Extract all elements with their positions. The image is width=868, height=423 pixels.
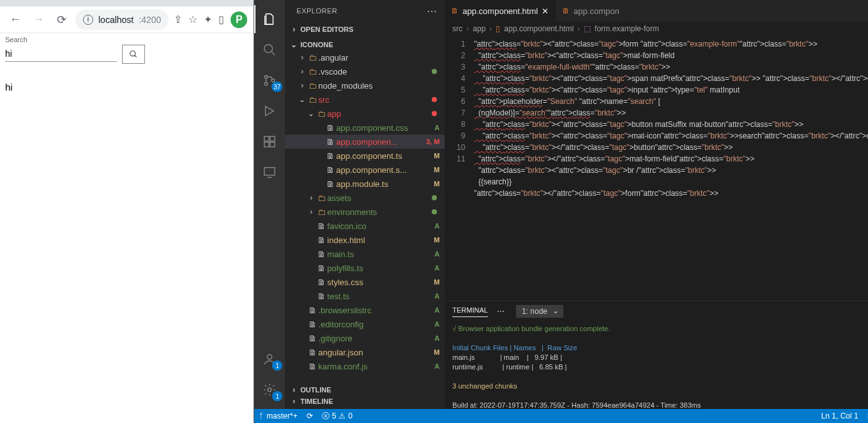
search-icon[interactable]: [254, 36, 285, 64]
url-host: localhost: [98, 15, 133, 25]
workspace-section[interactable]: ⌄ICONONE: [285, 39, 445, 50]
svg-rect-9: [264, 142, 269, 147]
search-result: hi: [5, 82, 248, 93]
extensions-icon[interactable]: [254, 128, 285, 156]
activity-bar: 37 1 1: [254, 0, 285, 409]
code-editor[interactable]: 1234567891011 "attrc">class="brktc"><"at…: [445, 36, 868, 301]
editor-tab[interactable]: 🗎app.component.html✕: [445, 0, 556, 22]
url-port: :4200: [139, 15, 161, 25]
tree-file[interactable]: 🗎favicon.icoA: [285, 219, 445, 233]
tree-folder[interactable]: ›🗀.vscode: [285, 64, 445, 78]
explorer-icon[interactable]: [254, 5, 285, 33]
explorer-title: EXPLORER: [296, 7, 337, 15]
page-content: Search hi: [0, 33, 254, 423]
tree-folder[interactable]: ›🗀environments: [285, 205, 445, 219]
scm-badge: 37: [271, 82, 282, 92]
svg-line-3: [271, 52, 275, 56]
explorer-more-icon[interactable]: ⋯: [427, 5, 438, 17]
reload-button[interactable]: ⟳: [52, 11, 70, 29]
tree-file[interactable]: 🗎polyfills.tsA: [285, 261, 445, 275]
terminal-panel: TERMINAL ⋯ 1: node ＋ ◫ 🗑 ＾ ✕ √ Browser a…: [445, 301, 868, 409]
file-icon: ▯: [496, 24, 500, 33]
tree-file[interactable]: 🗎karma.conf.jsA: [285, 359, 445, 373]
svg-point-13: [268, 388, 272, 392]
search-input[interactable]: [5, 47, 117, 62]
editor-tabs: 🗎app.component.html✕🗎app.compon ⇆ ◫ ⋯: [445, 0, 868, 22]
terminal-select[interactable]: 1: node: [516, 305, 563, 318]
svg-point-5: [265, 82, 268, 85]
status-branch[interactable]: ᚶ master*+: [259, 412, 297, 420]
accounts-icon[interactable]: 1: [254, 345, 285, 373]
status-sync[interactable]: ⟳: [307, 412, 313, 420]
remote-icon[interactable]: [254, 158, 285, 186]
sidepanel-icon[interactable]: ▯: [218, 13, 224, 26]
terminal-output[interactable]: √ Browser application bundle generation …: [445, 322, 868, 409]
settings-badge: 1: [272, 391, 282, 401]
status-bar: ᚶ master*+ ⟳ ⓧ 5 ⚠ 0 Ln 1, Col 1 Spaces:…: [254, 409, 868, 423]
explorer-sidebar: EXPLORER ⋯ ›OPEN EDITORS ⌄ICONONE ›🗀.ang…: [285, 0, 445, 409]
tree-file[interactable]: 🗎main.tsA: [285, 247, 445, 261]
svg-point-4: [265, 75, 268, 78]
tree-file[interactable]: 🗎app.component.tsM: [285, 149, 445, 163]
tree-file[interactable]: 🗎.browserslistrcA: [285, 303, 445, 317]
browser-tool-icons: ⇪ ☆ ✦ ▯ P: [174, 11, 247, 28]
tree-file[interactable]: 🗎.gitignoreA: [285, 331, 445, 345]
svg-point-0: [130, 51, 135, 56]
svg-rect-11: [264, 168, 275, 175]
extensions-icon[interactable]: ✦: [204, 13, 212, 26]
search-button[interactable]: [122, 45, 145, 64]
svg-rect-10: [270, 142, 275, 147]
tree-file[interactable]: 🗎index.htmlM: [285, 233, 445, 247]
tree-folder[interactable]: ›🗀.angular: [285, 50, 445, 64]
accounts-badge: 1: [272, 360, 282, 371]
editor-tab[interactable]: 🗎app.compon: [556, 0, 627, 22]
tree-file[interactable]: 🗎app.component.s...M: [285, 163, 445, 177]
back-button[interactable]: ←: [6, 11, 24, 29]
tree-file[interactable]: 🗎styles.cssM: [285, 275, 445, 289]
terminal-tab[interactable]: TERMINAL: [452, 306, 488, 317]
browser-toolbar: ← → ⟳ i localhost:4200 ⇪ ☆ ✦ ▯ P: [0, 6, 254, 33]
tree-file[interactable]: 🗎app.component.cssA: [285, 121, 445, 135]
svg-point-2: [264, 45, 273, 53]
svg-point-12: [268, 355, 272, 359]
tree-file[interactable]: 🗎angular.jsonM: [285, 345, 445, 359]
open-editors-section[interactable]: ›OPEN EDITORS: [285, 24, 445, 35]
search-label: Search: [5, 36, 248, 43]
outline-section[interactable]: ›OUTLINE: [285, 384, 445, 396]
browser-tabstrip: [0, 0, 254, 6]
editor-group: 🗎app.component.html✕🗎app.compon ⇆ ◫ ⋯ sr…: [445, 0, 868, 409]
timeline-section[interactable]: ›TIMELINE: [285, 396, 445, 407]
svg-rect-8: [270, 137, 275, 141]
status-problems[interactable]: ⓧ 5 ⚠ 0: [322, 411, 353, 422]
symbol-icon: ⬚: [584, 24, 591, 33]
svg-rect-7: [264, 137, 269, 141]
vscode-window: 37 1 1: [254, 0, 868, 423]
settings-gear-icon[interactable]: 1: [254, 376, 285, 404]
svg-line-1: [135, 56, 137, 57]
source-control-icon[interactable]: 37: [254, 66, 285, 94]
tree-file[interactable]: 🗎test.tsA: [285, 289, 445, 303]
tree-file[interactable]: 🗎.editorconfigA: [285, 317, 445, 331]
address-bar[interactable]: i localhost:4200: [75, 10, 169, 30]
tree-file[interactable]: 🗎app.componen...3, M: [285, 135, 445, 149]
forward-button[interactable]: →: [29, 11, 47, 29]
status-cursor[interactable]: Ln 1, Col 1: [821, 412, 858, 420]
tree-folder[interactable]: ⌄🗀app: [285, 107, 445, 121]
tree-folder[interactable]: ⌄🗀src: [285, 93, 445, 107]
tree-file[interactable]: 🗎app.module.tsM: [285, 177, 445, 191]
run-debug-icon[interactable]: [254, 97, 285, 125]
site-info-icon: i: [83, 15, 93, 25]
panel-more-icon[interactable]: ⋯: [497, 307, 505, 316]
profile-avatar[interactable]: P: [231, 11, 247, 28]
browser-window: ← → ⟳ i localhost:4200 ⇪ ☆ ✦ ▯ P Search: [0, 0, 254, 423]
close-tab-icon[interactable]: ✕: [542, 6, 549, 16]
tree-folder[interactable]: ›🗀node_modules: [285, 78, 445, 93]
tree-folder[interactable]: ›🗀assets: [285, 191, 445, 205]
share-icon[interactable]: ⇪: [174, 13, 182, 26]
bookmark-icon[interactable]: ☆: [188, 13, 197, 26]
breadcrumb[interactable]: src› app› ▯ app.component.html› ⬚ form.e…: [445, 22, 868, 36]
